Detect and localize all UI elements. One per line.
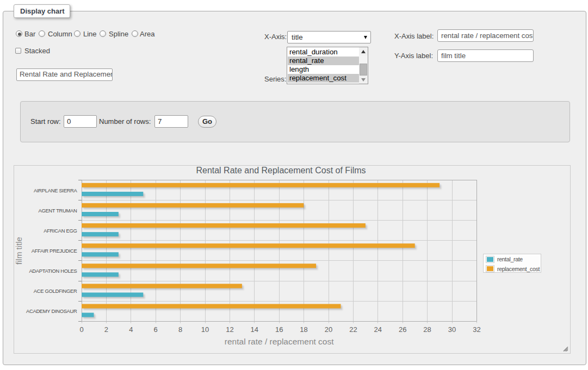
svg-text:28: 28 [423,325,431,334]
svg-text:2: 2 [104,325,108,334]
svg-text:10: 10 [201,325,209,334]
svg-text:rental rate / replacement cost: rental rate / replacement cost [225,337,334,346]
svg-text:12: 12 [226,325,233,334]
svg-text:30: 30 [448,325,456,334]
svg-text:AGENT TRUMAN: AGENT TRUMAN [38,208,77,214]
svg-text:ACE GOLDFINGER: ACE GOLDFINGER [34,288,77,294]
svg-text:8: 8 [178,325,182,334]
svg-text:32: 32 [473,325,480,334]
svg-text:20: 20 [325,325,332,334]
svg-text:24: 24 [374,325,382,334]
svg-text:ADAPTATION HOLES: ADAPTATION HOLES [29,268,77,274]
svg-text:ACADEMY DINOSAUR: ACADEMY DINOSAUR [26,308,77,314]
svg-text:AFRICAN EGG: AFRICAN EGG [44,228,77,234]
svg-text:0: 0 [79,325,83,334]
svg-text:14: 14 [251,325,258,334]
svg-text:26: 26 [399,325,406,334]
svg-text:16: 16 [275,325,283,334]
svg-text:22: 22 [349,325,357,334]
svg-text:6: 6 [154,325,158,334]
svg-text:4: 4 [129,325,133,334]
svg-text:18: 18 [300,325,307,334]
svg-text:AIRPLANE SIERRA: AIRPLANE SIERRA [34,187,77,193]
svg-text:AFFAIR PREJUDICE: AFFAIR PREJUDICE [32,248,77,254]
